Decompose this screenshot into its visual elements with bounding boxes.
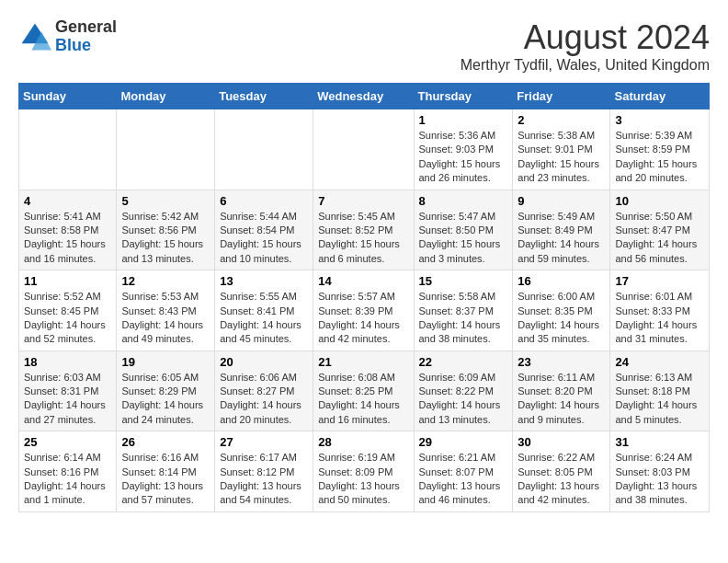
cell-info: Daylight: 15 hours and 10 minutes. — [220, 237, 308, 266]
cell-info: Daylight: 14 hours and 59 minutes. — [518, 237, 605, 266]
calendar-cell: 29Sunrise: 6:21 AMSunset: 8:07 PMDayligh… — [414, 431, 513, 512]
cell-info: Sunrise: 6:22 AM — [518, 451, 605, 465]
calendar-cell — [313, 109, 414, 190]
cell-info: Sunrise: 5:57 AM — [318, 290, 408, 304]
cell-info: Sunrise: 5:36 AM — [419, 129, 508, 143]
cell-info: Daylight: 13 hours and 42 minutes. — [518, 479, 605, 508]
calendar-cell: 30Sunrise: 6:22 AMSunset: 8:05 PMDayligh… — [513, 431, 610, 512]
cell-info: Daylight: 14 hours and 9 minutes. — [518, 398, 605, 427]
calendar-cell: 26Sunrise: 6:16 AMSunset: 8:14 PMDayligh… — [117, 431, 215, 512]
cell-info: Sunrise: 5:47 AM — [419, 210, 508, 224]
cell-info: Daylight: 15 hours and 3 minutes. — [419, 237, 508, 266]
day-number: 17 — [615, 274, 704, 288]
logo-general-text: General — [55, 18, 117, 37]
cell-info: Sunset: 8:39 PM — [318, 304, 408, 318]
cell-info: Sunrise: 5:44 AM — [220, 210, 308, 224]
cell-info: Sunset: 8:50 PM — [419, 224, 508, 237]
day-number: 31 — [615, 435, 704, 449]
cell-info: Sunset: 8:16 PM — [24, 465, 111, 479]
cell-info: Sunrise: 6:05 AM — [121, 371, 210, 385]
cell-info: Sunset: 8:22 PM — [419, 385, 508, 398]
cell-info: Daylight: 15 hours and 23 minutes. — [518, 157, 605, 186]
cell-info: Sunrise: 6:01 AM — [615, 290, 704, 304]
calendar-cell: 2Sunrise: 5:38 AMSunset: 9:01 PMDaylight… — [513, 109, 610, 190]
day-number: 7 — [318, 194, 408, 208]
cell-info: Sunrise: 6:00 AM — [518, 290, 605, 304]
calendar-cell: 15Sunrise: 5:58 AMSunset: 8:37 PMDayligh… — [414, 270, 513, 351]
calendar-cell: 18Sunrise: 6:03 AMSunset: 8:31 PMDayligh… — [19, 350, 117, 431]
calendar-cell: 1Sunrise: 5:36 AMSunset: 9:03 PMDaylight… — [414, 109, 513, 190]
cell-info: Daylight: 14 hours and 45 minutes. — [220, 318, 308, 347]
cell-info: Sunset: 8:07 PM — [419, 465, 508, 479]
cell-info: Sunrise: 6:03 AM — [24, 371, 111, 385]
cell-info: Sunset: 8:56 PM — [121, 224, 210, 237]
cell-info: Sunrise: 6:08 AM — [318, 371, 408, 385]
day-number: 14 — [318, 274, 408, 288]
cell-info: Sunset: 8:12 PM — [220, 465, 308, 479]
day-number: 18 — [24, 355, 111, 369]
day-number: 5 — [121, 194, 210, 208]
calendar-cell: 31Sunrise: 6:24 AMSunset: 8:03 PMDayligh… — [610, 431, 710, 512]
day-number: 29 — [419, 435, 508, 449]
calendar-cell: 16Sunrise: 6:00 AMSunset: 8:35 PMDayligh… — [513, 270, 610, 351]
cell-info: Sunset: 8:59 PM — [615, 143, 704, 156]
logo-icon — [18, 20, 51, 53]
day-number: 12 — [121, 274, 210, 288]
cell-info: Sunrise: 5:50 AM — [615, 210, 704, 224]
week-row-5: 25Sunrise: 6:14 AMSunset: 8:16 PMDayligh… — [19, 431, 710, 512]
cell-info: Daylight: 13 hours and 50 minutes. — [318, 479, 408, 508]
cell-info: Sunrise: 6:11 AM — [518, 371, 605, 385]
title-block: August 2024 Merthyr Tydfil, Wales, Unite… — [461, 18, 710, 74]
day-number: 9 — [518, 194, 605, 208]
cell-info: Sunset: 8:41 PM — [220, 304, 308, 318]
day-number: 20 — [220, 355, 308, 369]
day-number: 19 — [121, 355, 210, 369]
month-title: August 2024 — [461, 18, 710, 57]
calendar-cell: 13Sunrise: 5:55 AMSunset: 8:41 PMDayligh… — [215, 270, 313, 351]
cell-info: Sunset: 8:20 PM — [518, 385, 605, 398]
calendar-cell: 10Sunrise: 5:50 AMSunset: 8:47 PMDayligh… — [610, 190, 710, 270]
location-text: Merthyr Tydfil, Wales, United Kingdom — [461, 57, 710, 74]
day-number: 13 — [220, 274, 308, 288]
cell-info: Sunset: 8:29 PM — [121, 385, 210, 398]
week-row-2: 4Sunrise: 5:41 AMSunset: 8:58 PMDaylight… — [19, 190, 710, 270]
cell-info: Sunrise: 6:14 AM — [24, 451, 111, 465]
calendar-cell: 24Sunrise: 6:13 AMSunset: 8:18 PMDayligh… — [610, 350, 710, 431]
cell-info: Sunrise: 5:41 AM — [24, 210, 111, 224]
day-number: 3 — [615, 113, 704, 127]
calendar-cell: 3Sunrise: 5:39 AMSunset: 8:59 PMDaylight… — [610, 109, 710, 190]
weekday-header-thursday: Thursday — [414, 84, 513, 109]
cell-info: Sunset: 8:14 PM — [121, 465, 210, 479]
cell-info: Sunset: 9:03 PM — [419, 143, 508, 156]
weekday-header-wednesday: Wednesday — [313, 84, 414, 109]
cell-info: Sunrise: 6:06 AM — [220, 371, 308, 385]
cell-info: Sunrise: 5:52 AM — [24, 290, 111, 304]
weekday-header-tuesday: Tuesday — [215, 84, 313, 109]
cell-info: Daylight: 14 hours and 13 minutes. — [419, 398, 508, 427]
day-number: 16 — [518, 274, 605, 288]
cell-info: Sunset: 8:03 PM — [615, 465, 704, 479]
cell-info: Sunrise: 5:55 AM — [220, 290, 308, 304]
day-number: 11 — [24, 274, 111, 288]
cell-info: Sunset: 8:31 PM — [24, 385, 111, 398]
calendar-cell: 20Sunrise: 6:06 AMSunset: 8:27 PMDayligh… — [215, 350, 313, 431]
calendar-cell: 4Sunrise: 5:41 AMSunset: 8:58 PMDaylight… — [19, 190, 117, 270]
page-header: General Blue August 2024 Merthyr Tydfil,… — [18, 18, 710, 74]
cell-info: Daylight: 13 hours and 38 minutes. — [615, 479, 704, 508]
day-number: 30 — [518, 435, 605, 449]
day-number: 15 — [419, 274, 508, 288]
cell-info: Daylight: 15 hours and 13 minutes. — [121, 237, 210, 266]
cell-info: Sunset: 8:45 PM — [24, 304, 111, 318]
calendar-cell — [19, 109, 117, 190]
day-number: 21 — [318, 355, 408, 369]
day-number: 28 — [318, 435, 408, 449]
cell-info: Daylight: 14 hours and 56 minutes. — [615, 237, 704, 266]
day-number: 27 — [220, 435, 308, 449]
cell-info: Sunrise: 5:49 AM — [518, 210, 605, 224]
cell-info: Sunrise: 6:09 AM — [419, 371, 508, 385]
weekday-header-sunday: Sunday — [19, 84, 117, 109]
cell-info: Sunset: 8:33 PM — [615, 304, 704, 318]
cell-info: Sunset: 8:52 PM — [318, 224, 408, 237]
cell-info: Daylight: 13 hours and 46 minutes. — [419, 479, 508, 508]
calendar-cell: 12Sunrise: 5:53 AMSunset: 8:43 PMDayligh… — [117, 270, 215, 351]
